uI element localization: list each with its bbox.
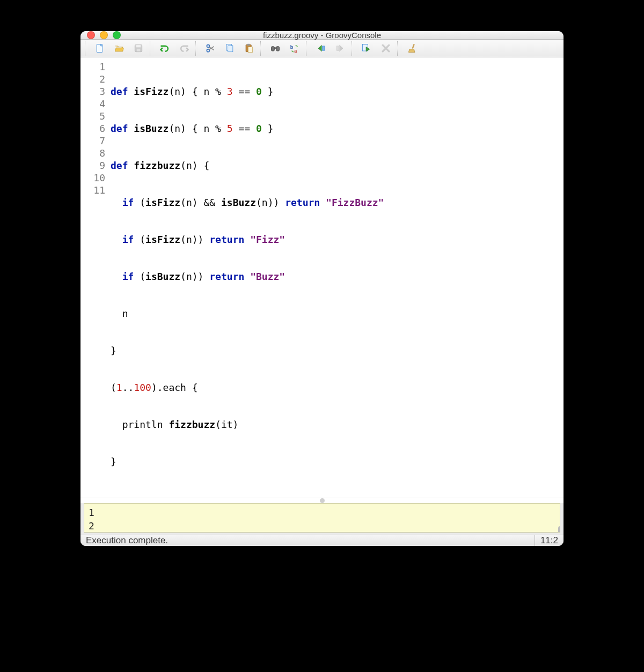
output-line: 2 bbox=[89, 519, 555, 533]
titlebar: fizzbuzz.groovy - GroovyConsole bbox=[80, 31, 564, 40]
zoom-window-button[interactable] bbox=[113, 31, 121, 39]
toolbar-separator bbox=[85, 41, 89, 56]
string-literal: "Buzz" bbox=[250, 271, 285, 282]
svg-rect-18 bbox=[336, 46, 339, 50]
line-number: 3 bbox=[88, 85, 105, 98]
arrow-right-run-icon bbox=[335, 43, 346, 54]
code-text: (n) { bbox=[180, 160, 209, 171]
status-message: Execution complete. bbox=[86, 535, 168, 546]
function-call: fizzbuzz bbox=[169, 419, 215, 430]
copy-button[interactable] bbox=[221, 40, 239, 57]
number-literal: 3 bbox=[227, 86, 233, 97]
keyword: return bbox=[285, 197, 320, 208]
code-text: ).each { bbox=[151, 382, 198, 393]
undo-icon bbox=[159, 43, 170, 54]
undo-button[interactable] bbox=[156, 40, 174, 57]
code-text: ( bbox=[134, 234, 145, 245]
svg-rect-13 bbox=[276, 47, 280, 51]
function-name: fizzbuzz bbox=[134, 160, 180, 171]
divider-grip-icon bbox=[320, 498, 325, 503]
function-call: isFizz bbox=[145, 234, 180, 245]
code-text: } bbox=[111, 345, 116, 356]
code-text: (n) { n % bbox=[169, 86, 226, 97]
keyword: return bbox=[209, 271, 244, 282]
code-text: n bbox=[111, 308, 128, 319]
keyword: if bbox=[122, 271, 134, 282]
svg-text:a: a bbox=[294, 48, 297, 54]
scrollbar-thumb[interactable] bbox=[558, 526, 560, 533]
code-text: (it) bbox=[215, 419, 238, 430]
function-call: isBuzz bbox=[145, 271, 180, 282]
code-text: (n)) bbox=[256, 197, 285, 208]
run-icon bbox=[361, 43, 372, 54]
output-line: 1 bbox=[89, 506, 555, 519]
history-next-button[interactable] bbox=[331, 40, 349, 57]
number-literal: 100 bbox=[134, 382, 151, 393]
close-window-button[interactable] bbox=[87, 31, 95, 39]
number-literal: 1 bbox=[116, 382, 122, 393]
code-text: == bbox=[233, 123, 256, 134]
code-text bbox=[244, 271, 250, 282]
find-replace-icon: ba bbox=[289, 43, 300, 54]
open-file-button[interactable] bbox=[110, 40, 128, 57]
code-text: (n) && bbox=[180, 197, 221, 208]
redo-icon bbox=[179, 43, 189, 54]
new-file-button[interactable] bbox=[91, 40, 109, 57]
line-number: 9 bbox=[88, 159, 105, 172]
code-text: (n)) bbox=[180, 271, 209, 282]
code-text: } bbox=[262, 123, 274, 134]
save-file-button[interactable] bbox=[129, 40, 148, 57]
redo-button[interactable] bbox=[175, 40, 193, 57]
minimize-window-button[interactable] bbox=[100, 31, 108, 39]
cut-button[interactable] bbox=[201, 40, 219, 57]
code-editor[interactable]: 1234567891011 def isFizz(n) { n % 3 == 0… bbox=[80, 57, 564, 498]
toolbar-separator bbox=[195, 41, 199, 56]
function-name: isBuzz bbox=[134, 123, 169, 134]
svg-rect-20 bbox=[412, 44, 414, 49]
stop-script-button[interactable] bbox=[377, 40, 395, 57]
status-bar: Execution complete. 11:2 bbox=[80, 535, 564, 546]
keyword: def bbox=[111, 160, 128, 171]
code-content[interactable]: def isFizz(n) { n % 3 == 0 } def isBuzz(… bbox=[111, 61, 384, 492]
code-text: ( bbox=[134, 197, 145, 208]
output-pane[interactable]: 12Fizz4BuzzFizz78FizzBuzz11Fizz1314FizzB… bbox=[84, 503, 560, 533]
code-text: ( bbox=[111, 382, 116, 393]
find-replace-button[interactable]: ba bbox=[286, 40, 304, 57]
history-prev-button[interactable] bbox=[312, 40, 330, 57]
code-text: == bbox=[233, 86, 256, 97]
line-number: 11 bbox=[88, 184, 105, 196]
find-button[interactable] bbox=[266, 40, 284, 57]
svg-rect-4 bbox=[137, 49, 141, 51]
paste-icon bbox=[244, 43, 254, 54]
number-literal: 0 bbox=[256, 86, 262, 97]
code-text: } bbox=[262, 86, 274, 97]
keyword: if bbox=[122, 197, 134, 208]
number-literal: 0 bbox=[256, 123, 262, 134]
code-text: } bbox=[111, 456, 116, 467]
line-number: 5 bbox=[88, 110, 105, 122]
code-text: ( bbox=[134, 271, 145, 282]
split-divider[interactable] bbox=[80, 498, 564, 503]
toolbar-separator bbox=[306, 41, 310, 56]
traffic-lights bbox=[87, 31, 121, 39]
function-call: isBuzz bbox=[221, 197, 256, 208]
copy-icon bbox=[224, 43, 235, 54]
code-text: println bbox=[111, 419, 169, 430]
file-icon bbox=[94, 43, 105, 54]
code-text: (n)) bbox=[180, 234, 209, 245]
run-script-button[interactable] bbox=[357, 40, 376, 57]
line-number: 6 bbox=[88, 122, 105, 135]
string-literal: "FizzBuzz" bbox=[326, 197, 384, 208]
toolbar: ba bbox=[80, 40, 564, 57]
string-literal: "Fizz" bbox=[250, 234, 285, 245]
line-number: 4 bbox=[88, 98, 105, 110]
line-number: 2 bbox=[88, 73, 105, 85]
arrow-left-run-icon bbox=[316, 43, 326, 54]
paste-button[interactable] bbox=[240, 40, 258, 57]
scissors-icon bbox=[205, 43, 216, 54]
clear-output-button[interactable] bbox=[403, 40, 421, 57]
code-text: .. bbox=[122, 382, 134, 393]
line-number: 7 bbox=[88, 135, 105, 147]
svg-rect-8 bbox=[228, 46, 233, 52]
toolbar-separator bbox=[150, 41, 153, 56]
